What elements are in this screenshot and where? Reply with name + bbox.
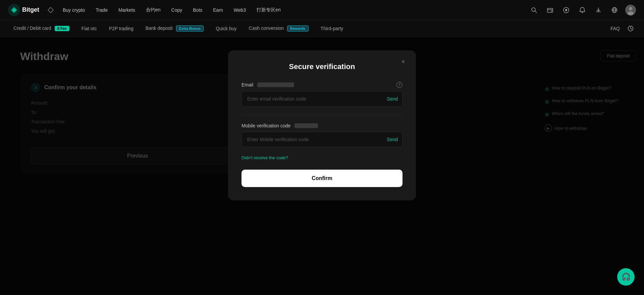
nav-copy[interactable]: Copy — [167, 5, 187, 15]
record-icon[interactable] — [561, 5, 572, 15]
subnav-credit-debit[interactable]: Credit / Debit card 0 Fee — [8, 23, 75, 34]
mobile-code-row: Send — [241, 132, 402, 147]
search-icon[interactable] — [529, 5, 539, 15]
download-icon[interactable] — [593, 5, 604, 15]
email-field-row: Email ? — [241, 82, 402, 88]
email-label: Email — [241, 82, 253, 87]
svg-point-12 — [629, 7, 632, 10]
nav-buy-crypto[interactable]: Buy crypto — [58, 5, 90, 15]
logo[interactable]: Bitget — [8, 4, 39, 16]
email-masked — [257, 82, 294, 87]
mobile-masked — [294, 123, 318, 128]
email-send-button[interactable]: Send — [387, 96, 398, 102]
svg-marker-1 — [48, 7, 53, 13]
user-avatar[interactable] — [625, 5, 636, 15]
history-icon[interactable] — [625, 23, 636, 34]
didnt-receive-link[interactable]: Didn't receive the code? — [241, 155, 402, 160]
nav-web3[interactable]: Web3 — [229, 5, 251, 15]
svg-point-2 — [532, 8, 535, 11]
divider-1 — [241, 115, 402, 115]
svg-line-3 — [535, 11, 537, 13]
svg-point-13 — [628, 11, 634, 15]
nav-markets[interactable]: Markets — [114, 5, 140, 15]
email-code-input[interactable] — [241, 91, 402, 107]
faq-link[interactable]: FAQ — [610, 26, 620, 31]
nav-right — [529, 5, 636, 15]
modal-overlay: Secure verification × Email ? Send Mobil… — [0, 37, 644, 295]
subnav-fiat-otc[interactable]: Fiat otc — [76, 23, 102, 34]
nav-bots[interactable]: Bots — [188, 5, 207, 15]
subnav-third-party[interactable]: Third-party — [315, 23, 349, 34]
nav-links: Buy crypto Trade Markets 合约en Copy Bots … — [58, 4, 526, 16]
subnav-quick-buy[interactable]: Quick buy — [210, 23, 242, 34]
subnav-bank-deposit[interactable]: Bank deposit Extra Bonus — [140, 23, 209, 34]
nav-trade[interactable]: Trade — [91, 5, 112, 15]
mobile-label: Mobile verification code — [241, 123, 290, 128]
language-icon[interactable] — [609, 5, 620, 15]
headset-icon: 🎧 — [622, 273, 631, 281]
nav-futures[interactable]: 合约en — [141, 4, 165, 16]
rewards-badge: Rewards — [287, 25, 309, 32]
modal-title: Secure verification — [241, 62, 402, 71]
svg-rect-4 — [547, 8, 553, 12]
confirm-button[interactable]: Confirm — [241, 170, 402, 187]
svg-point-7 — [565, 9, 567, 11]
subnav-p2p[interactable]: P2P trading — [104, 23, 139, 34]
support-button[interactable]: 🎧 — [617, 268, 635, 286]
email-code-row: Send — [241, 91, 402, 107]
subnav-right: FAQ — [610, 23, 636, 34]
mobile-send-button[interactable]: Send — [387, 137, 398, 142]
nav-earn[interactable]: Earn — [208, 5, 228, 15]
notification-icon[interactable] — [577, 5, 588, 15]
sub-navbar: Credit / Debit card 0 Fee Fiat otc P2P t… — [0, 20, 644, 37]
main-content: Withdraw 3 Confirm your details Amount: … — [0, 37, 644, 295]
mobile-code-input[interactable] — [241, 132, 402, 147]
nav-promo[interactable]: 打新专区en — [252, 4, 285, 16]
subnav-cash-conversion[interactable]: Cash conversion Rewards — [244, 23, 314, 34]
mobile-field-row: Mobile verification code — [241, 123, 402, 128]
diamond-icon[interactable] — [46, 5, 55, 15]
help-icon[interactable]: ? — [396, 82, 402, 88]
extra-bonus-badge: Extra Bonus — [176, 25, 204, 32]
svg-point-5 — [551, 10, 552, 11]
top-navbar: Bitget Buy crypto Trade Markets 合约en Cop… — [0, 0, 644, 20]
fee-badge: 0 Fee — [55, 26, 69, 31]
secure-verification-modal: Secure verification × Email ? Send Mobil… — [228, 50, 416, 200]
brand-name: Bitget — [22, 6, 39, 13]
wallet-icon[interactable] — [545, 5, 555, 15]
close-icon[interactable]: × — [398, 57, 408, 66]
